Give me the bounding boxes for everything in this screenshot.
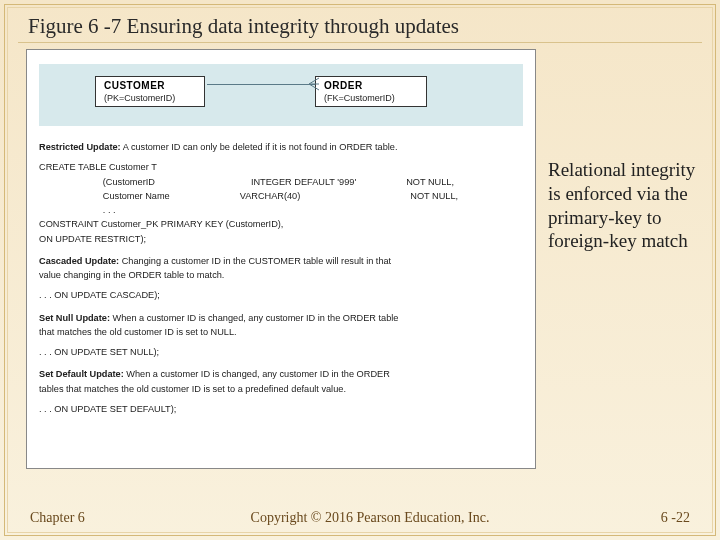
cascaded-text: Changing a customer ID in the CUSTOMER t… [119, 256, 391, 266]
setdefault-line2: tables that matches the old customer ID … [39, 382, 523, 396]
figure-body: CUSTOMER (PK=CustomerID) ORDER (FK=Custo… [26, 49, 536, 469]
cascaded-line2: value changing in the ORDER table to mat… [39, 268, 523, 282]
on-update-cascade: . . . ON UPDATE CASCADE); [39, 288, 523, 302]
relationship-line [207, 84, 315, 85]
cascaded-label: Cascaded Update: [39, 256, 119, 266]
slide-footer: Chapter 6 Copyright © 2016 Pearson Educa… [30, 510, 690, 526]
setnull-line2: that matches the old customer ID is set … [39, 325, 523, 339]
entity-customer: CUSTOMER (PK=CustomerID) [95, 76, 205, 107]
er-diagram: CUSTOMER (PK=CustomerID) ORDER (FK=Custo… [39, 64, 523, 126]
entity-customer-name: CUSTOMER [104, 80, 196, 93]
crows-foot-icon [307, 76, 319, 92]
restricted-text: A customer ID can only be deleted if it … [121, 142, 398, 152]
create-table-line: CREATE TABLE Customer T [39, 160, 523, 174]
col-customername: Customer NameVARCHAR(40)NOT NULL, [39, 189, 523, 203]
on-update-setdefault: . . . ON UPDATE SET DEFAULT); [39, 402, 523, 416]
entity-order-key: (FK=CustomerID) [324, 93, 418, 104]
setnull-label: Set Null Update: [39, 313, 110, 323]
figure-title: Figure 6 -7 Ensuring data integrity thro… [28, 14, 700, 39]
ellipsis-1: . . . [39, 203, 523, 217]
copyright-text: Copyright © 2016 Pearson Education, Inc. [130, 510, 610, 526]
col-customerid: (CustomerIDINTEGER DEFAULT '999'NOT NULL… [39, 175, 523, 189]
setdefault-label: Set Default Update: [39, 369, 124, 379]
entity-order: ORDER (FK=CustomerID) [315, 76, 427, 107]
page-number: 6 -22 [610, 510, 690, 526]
setdefault-line1: Set Default Update: When a customer ID i… [39, 367, 523, 381]
entity-customer-key: (PK=CustomerID) [104, 93, 196, 104]
annotation-callout: Relational integrity is enforced via the… [548, 158, 706, 253]
on-update-setnull: . . . ON UPDATE SET NULL); [39, 345, 523, 359]
sql-examples: Restricted Update: A customer ID can onl… [39, 140, 523, 416]
cascaded-line1: Cascaded Update: Changing a customer ID … [39, 254, 523, 268]
setnull-text: When a customer ID is changed, any custo… [110, 313, 399, 323]
setnull-line1: Set Null Update: When a customer ID is c… [39, 311, 523, 325]
constraint-line: CONSTRAINT Customer_PK PRIMARY KEY (Cust… [39, 217, 523, 231]
on-update-restrict: ON UPDATE RESTRICT); [39, 232, 523, 246]
entity-order-name: ORDER [324, 80, 418, 93]
chapter-label: Chapter 6 [30, 510, 130, 526]
setdefault-text: When a customer ID is changed, any custo… [124, 369, 390, 379]
restricted-update-line: Restricted Update: A customer ID can onl… [39, 140, 523, 154]
restricted-label: Restricted Update: [39, 142, 121, 152]
title-rule [18, 42, 702, 43]
